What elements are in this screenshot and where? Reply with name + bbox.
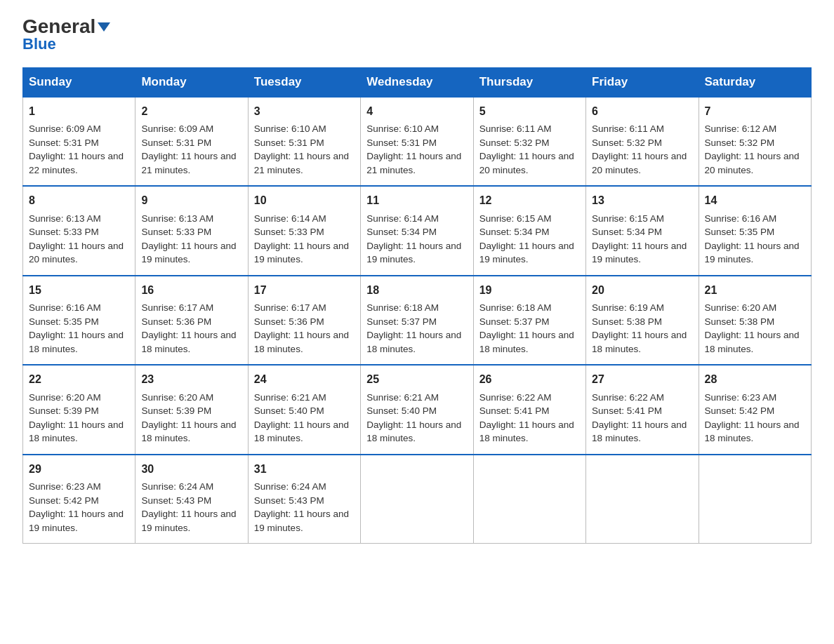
calendar-cell: 29Sunrise: 6:23 AMSunset: 5:42 PMDayligh… <box>23 455 135 544</box>
calendar-cell: 15Sunrise: 6:16 AMSunset: 5:35 PMDayligh… <box>23 276 135 365</box>
day-info: Sunrise: 6:09 AMSunset: 5:31 PMDaylight:… <box>141 122 241 177</box>
day-number: 19 <box>479 282 580 298</box>
day-number: 21 <box>705 282 805 298</box>
calendar-cell: 4Sunrise: 6:10 AMSunset: 5:31 PMDaylight… <box>361 97 473 186</box>
day-number: 3 <box>254 103 355 119</box>
calendar-cell: 23Sunrise: 6:20 AMSunset: 5:39 PMDayligh… <box>135 365 248 454</box>
week-row-1: 1Sunrise: 6:09 AMSunset: 5:31 PMDaylight… <box>23 97 812 186</box>
day-info: Sunrise: 6:11 AMSunset: 5:32 PMDaylight:… <box>479 122 580 177</box>
day-number: 29 <box>29 461 129 477</box>
day-number: 18 <box>366 282 467 298</box>
calendar-cell: 19Sunrise: 6:18 AMSunset: 5:37 PMDayligh… <box>473 276 585 365</box>
day-number: 25 <box>366 371 467 387</box>
day-number: 22 <box>29 371 129 387</box>
day-info: Sunrise: 6:22 AMSunset: 5:41 PMDaylight:… <box>479 391 580 445</box>
logo-main-text: General <box>22 17 110 36</box>
day-info: Sunrise: 6:14 AMSunset: 5:33 PMDaylight:… <box>254 212 355 267</box>
day-info: Sunrise: 6:22 AMSunset: 5:41 PMDaylight:… <box>592 391 692 445</box>
calendar-cell: 25Sunrise: 6:21 AMSunset: 5:40 PMDayligh… <box>361 365 473 454</box>
calendar-cell: 21Sunrise: 6:20 AMSunset: 5:38 PMDayligh… <box>699 276 811 365</box>
col-header-friday: Friday <box>586 68 699 98</box>
day-number: 28 <box>705 371 805 387</box>
calendar-cell: 6Sunrise: 6:11 AMSunset: 5:32 PMDaylight… <box>586 97 699 186</box>
day-number: 30 <box>141 461 241 477</box>
day-number: 1 <box>29 103 129 119</box>
calendar-cell <box>699 455 811 544</box>
calendar-cell: 20Sunrise: 6:19 AMSunset: 5:38 PMDayligh… <box>586 276 699 365</box>
day-number: 17 <box>254 282 355 298</box>
calendar-cell: 22Sunrise: 6:20 AMSunset: 5:39 PMDayligh… <box>23 365 135 454</box>
logo: General Blue <box>22 17 110 53</box>
calendar-cell <box>361 455 473 544</box>
page-header: General Blue <box>22 17 812 53</box>
day-info: Sunrise: 6:23 AMSunset: 5:42 PMDaylight:… <box>29 480 129 535</box>
day-number: 10 <box>254 192 355 208</box>
logo-blue-text: Blue <box>22 35 56 53</box>
day-info: Sunrise: 6:20 AMSunset: 5:39 PMDaylight:… <box>29 391 129 445</box>
day-number: 20 <box>592 282 692 298</box>
day-info: Sunrise: 6:10 AMSunset: 5:31 PMDaylight:… <box>366 122 467 177</box>
day-info: Sunrise: 6:12 AMSunset: 5:32 PMDaylight:… <box>705 122 805 177</box>
week-row-4: 22Sunrise: 6:20 AMSunset: 5:39 PMDayligh… <box>23 365 812 454</box>
day-info: Sunrise: 6:13 AMSunset: 5:33 PMDaylight:… <box>141 212 241 267</box>
calendar-cell: 5Sunrise: 6:11 AMSunset: 5:32 PMDaylight… <box>473 97 585 186</box>
calendar-cell: 1Sunrise: 6:09 AMSunset: 5:31 PMDaylight… <box>23 97 135 186</box>
day-info: Sunrise: 6:20 AMSunset: 5:38 PMDaylight:… <box>705 301 805 356</box>
col-header-wednesday: Wednesday <box>361 68 473 98</box>
day-info: Sunrise: 6:24 AMSunset: 5:43 PMDaylight:… <box>141 480 241 535</box>
col-header-sunday: Sunday <box>23 68 135 98</box>
day-number: 9 <box>141 192 241 208</box>
day-number: 11 <box>366 192 467 208</box>
day-info: Sunrise: 6:16 AMSunset: 5:35 PMDaylight:… <box>705 212 805 267</box>
day-info: Sunrise: 6:24 AMSunset: 5:43 PMDaylight:… <box>254 480 355 535</box>
day-number: 26 <box>479 371 580 387</box>
day-info: Sunrise: 6:18 AMSunset: 5:37 PMDaylight:… <box>479 301 580 356</box>
day-info: Sunrise: 6:16 AMSunset: 5:35 PMDaylight:… <box>29 301 129 356</box>
day-info: Sunrise: 6:21 AMSunset: 5:40 PMDaylight:… <box>254 391 355 445</box>
day-number: 13 <box>592 192 692 208</box>
calendar-cell: 12Sunrise: 6:15 AMSunset: 5:34 PMDayligh… <box>473 186 585 275</box>
day-info: Sunrise: 6:10 AMSunset: 5:31 PMDaylight:… <box>254 122 355 177</box>
calendar-cell: 13Sunrise: 6:15 AMSunset: 5:34 PMDayligh… <box>586 186 699 275</box>
calendar-cell: 2Sunrise: 6:09 AMSunset: 5:31 PMDaylight… <box>135 97 248 186</box>
calendar-cell: 27Sunrise: 6:22 AMSunset: 5:41 PMDayligh… <box>586 365 699 454</box>
week-row-3: 15Sunrise: 6:16 AMSunset: 5:35 PMDayligh… <box>23 276 812 365</box>
day-info: Sunrise: 6:17 AMSunset: 5:36 PMDaylight:… <box>141 301 241 356</box>
calendar-cell: 3Sunrise: 6:10 AMSunset: 5:31 PMDaylight… <box>248 97 360 186</box>
day-number: 5 <box>479 103 580 119</box>
calendar-cell: 28Sunrise: 6:23 AMSunset: 5:42 PMDayligh… <box>699 365 811 454</box>
day-info: Sunrise: 6:09 AMSunset: 5:31 PMDaylight:… <box>29 122 129 177</box>
week-row-5: 29Sunrise: 6:23 AMSunset: 5:42 PMDayligh… <box>23 455 812 544</box>
calendar-cell: 10Sunrise: 6:14 AMSunset: 5:33 PMDayligh… <box>248 186 360 275</box>
day-info: Sunrise: 6:18 AMSunset: 5:37 PMDaylight:… <box>366 301 467 356</box>
day-number: 12 <box>479 192 580 208</box>
calendar-header-row: SundayMondayTuesdayWednesdayThursdayFrid… <box>23 68 812 98</box>
day-info: Sunrise: 6:19 AMSunset: 5:38 PMDaylight:… <box>592 301 692 356</box>
day-number: 16 <box>141 282 241 298</box>
calendar-cell: 31Sunrise: 6:24 AMSunset: 5:43 PMDayligh… <box>248 455 360 544</box>
day-number: 14 <box>705 192 805 208</box>
day-info: Sunrise: 6:14 AMSunset: 5:34 PMDaylight:… <box>366 212 467 267</box>
day-number: 15 <box>29 282 129 298</box>
calendar-cell <box>586 455 699 544</box>
day-number: 6 <box>592 103 692 119</box>
day-info: Sunrise: 6:20 AMSunset: 5:39 PMDaylight:… <box>141 391 241 445</box>
col-header-saturday: Saturday <box>699 68 811 98</box>
calendar-cell: 14Sunrise: 6:16 AMSunset: 5:35 PMDayligh… <box>699 186 811 275</box>
day-number: 23 <box>141 371 241 387</box>
col-header-tuesday: Tuesday <box>248 68 360 98</box>
col-header-thursday: Thursday <box>473 68 585 98</box>
calendar-cell: 7Sunrise: 6:12 AMSunset: 5:32 PMDaylight… <box>699 97 811 186</box>
day-number: 7 <box>705 103 805 119</box>
day-number: 24 <box>254 371 355 387</box>
calendar-cell: 9Sunrise: 6:13 AMSunset: 5:33 PMDaylight… <box>135 186 248 275</box>
calendar-cell: 30Sunrise: 6:24 AMSunset: 5:43 PMDayligh… <box>135 455 248 544</box>
calendar-cell: 17Sunrise: 6:17 AMSunset: 5:36 PMDayligh… <box>248 276 360 365</box>
day-info: Sunrise: 6:15 AMSunset: 5:34 PMDaylight:… <box>479 212 580 267</box>
day-number: 8 <box>29 192 129 208</box>
day-info: Sunrise: 6:23 AMSunset: 5:42 PMDaylight:… <box>705 391 805 445</box>
day-info: Sunrise: 6:13 AMSunset: 5:33 PMDaylight:… <box>29 212 129 267</box>
calendar-cell: 16Sunrise: 6:17 AMSunset: 5:36 PMDayligh… <box>135 276 248 365</box>
day-number: 2 <box>141 103 241 119</box>
calendar-cell: 8Sunrise: 6:13 AMSunset: 5:33 PMDaylight… <box>23 186 135 275</box>
